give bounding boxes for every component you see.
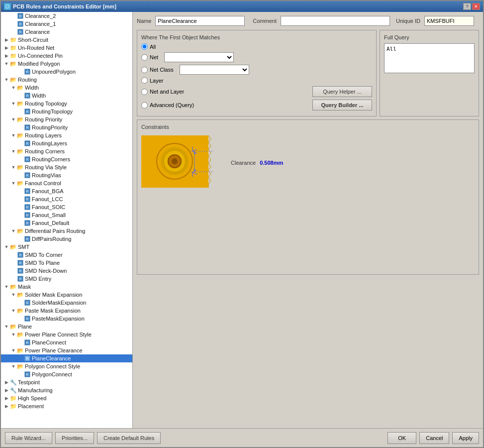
toggle-icon[interactable]: ▼: [10, 132, 17, 139]
folder-icon: 📂: [17, 148, 24, 155]
query-helper-button[interactable]: Query Helper ...: [312, 86, 372, 97]
tree-item-clearance2[interactable]: R Clearance_2: [1, 12, 132, 20]
tree-item-smd-neck[interactable]: R SMD Neck-Down: [1, 267, 132, 275]
tree-item-fanout-small[interactable]: └ R Fanout_Small: [1, 211, 132, 219]
toggle-icon[interactable]: ▼: [3, 60, 10, 67]
toggle-icon[interactable]: ▼: [10, 116, 17, 123]
tree-item-routing-topology-sub[interactable]: └ R RoutingTopology: [1, 108, 132, 115]
tree-item-power-clearance[interactable]: ▼ 📂 Power Plane Clearance: [1, 346, 132, 354]
net-class-dropdown[interactable]: [180, 65, 249, 75]
tree-label: Testpoint: [17, 379, 40, 385]
tree-item-routing-priority-sub[interactable]: └ R RoutingPriority: [1, 123, 132, 131]
toggle-icon[interactable]: ▼: [10, 307, 17, 314]
tree-item-polygon-connect[interactable]: ▼ 📂 Polygon Connect Style: [1, 362, 132, 370]
toggle-icon[interactable]: ▼: [10, 331, 17, 338]
tree-item-solder-mask[interactable]: ▼ 📂 Solder Mask Expansion: [1, 291, 132, 299]
apply-button[interactable]: Apply: [452, 432, 479, 444]
tree-label: Width: [31, 93, 46, 99]
tree-item-plane[interactable]: ▼ 📂 Plane: [1, 323, 132, 331]
toggle-icon[interactable]: ▼: [3, 283, 10, 290]
toggle-icon[interactable]: ▼: [10, 100, 17, 107]
toggle-icon[interactable]: ▶: [3, 403, 10, 410]
tree-item-routing-via-style[interactable]: ▼ 📂 Routing Via Style: [1, 163, 132, 171]
radio-all[interactable]: [141, 43, 148, 50]
tree-item-unconnected[interactable]: ▶ 📁 Un-Connected Pin: [1, 52, 132, 60]
tree-item-power-connect[interactable]: ▼ 📂 Power Plane Connect Style: [1, 331, 132, 338]
tree-item-placement[interactable]: ▶ 📁 Placement: [1, 402, 132, 410]
help-button[interactable]: ?: [463, 3, 471, 10]
tree-label: Fanout_BGA: [31, 188, 64, 194]
tree-item-fanout-lcc[interactable]: └ R Fanout_LCC: [1, 195, 132, 203]
tree-item-diff-pairs-sub[interactable]: └ R DiffPairsRouting: [1, 235, 132, 243]
toggle-icon[interactable]: ▶: [3, 379, 10, 386]
tree-item-routing[interactable]: ▼ 📂 Routing: [1, 76, 132, 84]
tree-item-high-speed[interactable]: ▶ 📁 High Speed: [1, 394, 132, 402]
name-input[interactable]: [155, 16, 245, 26]
toggle-icon[interactable]: ▶: [3, 44, 10, 51]
radio-advanced[interactable]: [141, 102, 148, 109]
toggle-icon[interactable]: ▶: [3, 52, 10, 59]
tree-item-testpoint[interactable]: ▶ 🔧 Testpoint: [1, 378, 132, 386]
tree-item-clearance[interactable]: R Clearance: [1, 28, 132, 36]
tree-item-solder-mask-sub[interactable]: └ R SolderMaskExpansion: [1, 299, 132, 307]
tree-item-fanout-soic[interactable]: └ R Fanout_SOIC: [1, 203, 132, 211]
tree-item-short-circuit[interactable]: ▶ 📁 Short-Circuit: [1, 36, 132, 44]
create-defaults-button[interactable]: Create Default Rules: [97, 432, 161, 444]
tree-item-fanout[interactable]: ▼ 📂 Fanout Control: [1, 179, 132, 187]
tree-item-routing-layers[interactable]: ▼ 📂 Routing Layers: [1, 131, 132, 139]
radio-net-and-layer[interactable]: [141, 89, 148, 95]
tree-item-smt[interactable]: ▼ 📂 SMT: [1, 243, 132, 251]
tree-item-plane-connect[interactable]: └ R PlaneConnect: [1, 338, 132, 346]
tree-item-smd-plane[interactable]: R SMD To Plane: [1, 259, 132, 267]
radio-layer[interactable]: [141, 77, 148, 84]
toggle-icon[interactable]: ▶: [3, 387, 10, 394]
comment-input[interactable]: [281, 16, 390, 26]
toggle-icon[interactable]: ▼: [3, 243, 10, 250]
ok-button[interactable]: OK: [387, 432, 416, 444]
toggle-icon[interactable]: ▶: [3, 395, 10, 402]
toggle-icon[interactable]: ▶: [3, 36, 10, 43]
tree-item-routing-topology[interactable]: ▼ 📂 Routing Topology: [1, 100, 132, 108]
close-button[interactable]: ✕: [472, 3, 480, 10]
tree-item-width-sub[interactable]: └ R Width: [1, 92, 132, 100]
tree-item-polygon-connect-sub[interactable]: └ R PolygonConnect: [1, 370, 132, 378]
cancel-button[interactable]: Cancel: [419, 432, 449, 444]
tree-item-routing-priority[interactable]: ▼ 📂 Routing Priority: [1, 115, 132, 123]
toggle-icon[interactable]: ▼: [10, 227, 17, 234]
toggle-icon[interactable]: ▼: [10, 347, 17, 354]
toggle-icon[interactable]: ▼: [10, 180, 17, 187]
tree-item-diff-pairs[interactable]: ▼ 📂 Differential Pairs Routing: [1, 227, 132, 235]
toggle-icon[interactable]: ▼: [10, 363, 17, 370]
toggle-icon[interactable]: ▼: [3, 76, 10, 83]
tree-item-smd-corner[interactable]: R SMD To Corner: [1, 251, 132, 259]
tree-item-mask[interactable]: ▼ 📂 Mask: [1, 283, 132, 291]
priorities-button[interactable]: Priorities...: [55, 432, 94, 444]
tree-item-paste-mask-sub[interactable]: └ R PasteMaskExpansion: [1, 315, 132, 323]
tree-item-paste-mask[interactable]: ▼ 📂 Paste Mask Expansion: [1, 307, 132, 315]
tree-item-modified-polygon[interactable]: ▼ 📂 Modified Polygon: [1, 60, 132, 68]
tree-item-clearance1[interactable]: R Clearance_1: [1, 20, 132, 28]
tree-item-routing-vias[interactable]: └ R RoutingVias: [1, 171, 132, 179]
query-builder-button[interactable]: Query Builder ...: [312, 100, 372, 111]
tree-item-manufacturing[interactable]: ▶ 🔧 Manufacturing: [1, 386, 132, 394]
tree-item-fanout-bga[interactable]: └ R Fanout_BGA: [1, 187, 132, 195]
toggle-icon[interactable]: ▼: [3, 323, 10, 330]
tree-item-routing-layers-sub[interactable]: └ R RoutingLayers: [1, 139, 132, 147]
tree-item-routing-corners-sub[interactable]: └ R RoutingCorners: [1, 155, 132, 163]
toggle-icon[interactable]: ▼: [10, 164, 17, 171]
tree-item-fanout-default[interactable]: └ R Fanout_Default: [1, 219, 132, 227]
toggle-icon[interactable]: ▼: [10, 291, 17, 298]
tree-item-width[interactable]: ▼ 📂 Width: [1, 84, 132, 92]
tree-item-routing-corners[interactable]: ▼ 📂 Routing Corners: [1, 147, 132, 155]
toggle-icon[interactable]: ▼: [10, 148, 17, 155]
radio-net-class[interactable]: [141, 67, 148, 73]
tree-item-unpoured[interactable]: R UnpouredPolygon: [1, 68, 132, 76]
tree-item-unrouted[interactable]: ▶ 📁 Un-Routed Net: [1, 44, 132, 52]
tree-item-plane-clearance[interactable]: └ R PlaneClearance: [1, 354, 132, 362]
rule-wizard-button[interactable]: Rule Wizard...: [5, 432, 52, 444]
radio-net[interactable]: [141, 54, 148, 61]
toggle-icon[interactable]: ▼: [10, 84, 17, 91]
uid-input[interactable]: [424, 16, 474, 26]
tree-item-smd-entry[interactable]: R SMD Entry: [1, 275, 132, 283]
net-dropdown[interactable]: [164, 52, 234, 62]
